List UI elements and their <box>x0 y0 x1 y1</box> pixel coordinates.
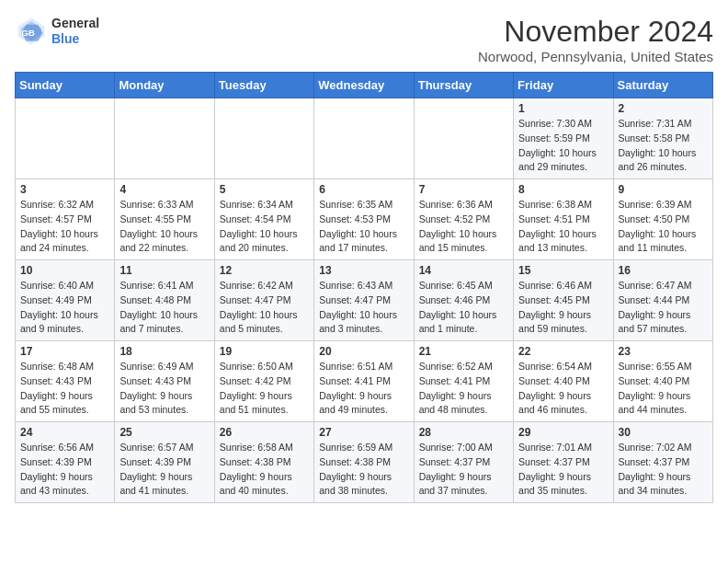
day-number: 13 <box>319 264 408 277</box>
calendar-cell: 28Sunrise: 7:00 AM Sunset: 4:37 PM Dayli… <box>414 422 513 503</box>
day-number: 18 <box>119 345 209 358</box>
day-info: Sunrise: 6:39 AM Sunset: 4:50 PM Dayligh… <box>619 198 708 256</box>
calendar-week-5: 24Sunrise: 6:56 AM Sunset: 4:39 PM Dayli… <box>16 422 713 503</box>
calendar-cell: 13Sunrise: 6:43 AM Sunset: 4:47 PM Dayli… <box>314 260 414 341</box>
calendar-cell: 21Sunrise: 6:52 AM Sunset: 4:41 PM Dayli… <box>414 341 513 422</box>
day-number: 28 <box>419 426 508 439</box>
weekday-header-row: SundayMondayTuesdayWednesdayThursdayFrid… <box>16 73 713 98</box>
calendar-cell: 29Sunrise: 7:01 AM Sunset: 4:37 PM Dayli… <box>514 422 613 503</box>
calendar-cell: 3Sunrise: 6:32 AM Sunset: 4:57 PM Daylig… <box>16 179 115 260</box>
title-block: November 2024 Norwood, Pennsylvania, Uni… <box>478 15 713 64</box>
day-info: Sunrise: 7:30 AM Sunset: 5:59 PM Dayligh… <box>518 117 608 175</box>
calendar-cell: 10Sunrise: 6:40 AM Sunset: 4:49 PM Dayli… <box>16 260 115 341</box>
day-info: Sunrise: 6:43 AM Sunset: 4:47 PM Dayligh… <box>319 279 408 337</box>
calendar-cell: 9Sunrise: 6:39 AM Sunset: 4:50 PM Daylig… <box>613 179 712 260</box>
day-info: Sunrise: 6:45 AM Sunset: 4:46 PM Dayligh… <box>419 279 508 337</box>
day-number: 6 <box>319 183 408 196</box>
day-info: Sunrise: 6:57 AM Sunset: 4:39 PM Dayligh… <box>119 441 209 499</box>
day-info: Sunrise: 6:49 AM Sunset: 4:43 PM Dayligh… <box>119 360 209 418</box>
day-number: 15 <box>518 264 608 277</box>
logo: GB General Blue <box>15 15 99 48</box>
day-info: Sunrise: 6:33 AM Sunset: 4:55 PM Dayligh… <box>119 198 209 256</box>
calendar-cell <box>414 98 513 179</box>
weekday-header-monday: Monday <box>115 73 214 98</box>
calendar-cell <box>314 98 414 179</box>
day-info: Sunrise: 6:59 AM Sunset: 4:38 PM Dayligh… <box>319 441 408 499</box>
day-info: Sunrise: 6:48 AM Sunset: 4:43 PM Dayligh… <box>20 360 109 418</box>
day-number: 20 <box>319 345 408 358</box>
calendar-week-1: 1Sunrise: 7:30 AM Sunset: 5:59 PM Daylig… <box>16 98 713 179</box>
day-number: 1 <box>518 102 608 115</box>
logo-text: General Blue <box>51 16 99 47</box>
day-number: 8 <box>518 183 608 196</box>
calendar-cell: 16Sunrise: 6:47 AM Sunset: 4:44 PM Dayli… <box>613 260 712 341</box>
calendar-week-4: 17Sunrise: 6:48 AM Sunset: 4:43 PM Dayli… <box>16 341 713 422</box>
day-info: Sunrise: 6:32 AM Sunset: 4:57 PM Dayligh… <box>20 198 109 256</box>
day-info: Sunrise: 6:51 AM Sunset: 4:41 PM Dayligh… <box>319 360 408 418</box>
day-info: Sunrise: 6:41 AM Sunset: 4:48 PM Dayligh… <box>119 279 209 337</box>
calendar-cell: 2Sunrise: 7:31 AM Sunset: 5:58 PM Daylig… <box>613 98 712 179</box>
calendar-cell: 25Sunrise: 6:57 AM Sunset: 4:39 PM Dayli… <box>115 422 214 503</box>
logo-blue: Blue <box>51 31 79 46</box>
day-info: Sunrise: 6:58 AM Sunset: 4:38 PM Dayligh… <box>220 441 309 499</box>
svg-text:GB: GB <box>21 28 35 38</box>
day-info: Sunrise: 6:50 AM Sunset: 4:42 PM Dayligh… <box>220 360 309 418</box>
logo-icon: GB <box>15 15 48 48</box>
day-info: Sunrise: 6:54 AM Sunset: 4:40 PM Dayligh… <box>518 360 608 418</box>
month-title: November 2024 <box>478 15 713 49</box>
calendar-cell <box>214 98 313 179</box>
calendar-cell: 17Sunrise: 6:48 AM Sunset: 4:43 PM Dayli… <box>16 341 115 422</box>
day-number: 9 <box>619 183 708 196</box>
day-info: Sunrise: 6:42 AM Sunset: 4:47 PM Dayligh… <box>220 279 309 337</box>
day-info: Sunrise: 6:52 AM Sunset: 4:41 PM Dayligh… <box>419 360 508 418</box>
calendar-cell: 23Sunrise: 6:55 AM Sunset: 4:40 PM Dayli… <box>613 341 712 422</box>
calendar-week-3: 10Sunrise: 6:40 AM Sunset: 4:49 PM Dayli… <box>16 260 713 341</box>
day-info: Sunrise: 6:40 AM Sunset: 4:49 PM Dayligh… <box>20 279 109 337</box>
calendar-cell: 6Sunrise: 6:35 AM Sunset: 4:53 PM Daylig… <box>314 179 414 260</box>
day-info: Sunrise: 6:56 AM Sunset: 4:39 PM Dayligh… <box>20 441 109 499</box>
weekday-header-tuesday: Tuesday <box>214 73 313 98</box>
day-number: 4 <box>119 183 209 196</box>
day-number: 27 <box>319 426 408 439</box>
location: Norwood, Pennsylvania, United States <box>478 49 713 64</box>
calendar-cell: 11Sunrise: 6:41 AM Sunset: 4:48 PM Dayli… <box>115 260 214 341</box>
weekday-header-friday: Friday <box>514 73 613 98</box>
calendar-cell: 20Sunrise: 6:51 AM Sunset: 4:41 PM Dayli… <box>314 341 414 422</box>
day-number: 25 <box>119 426 209 439</box>
calendar-cell: 1Sunrise: 7:30 AM Sunset: 5:59 PM Daylig… <box>514 98 613 179</box>
day-number: 2 <box>619 102 708 115</box>
day-info: Sunrise: 6:38 AM Sunset: 4:51 PM Dayligh… <box>518 198 608 256</box>
day-info: Sunrise: 6:36 AM Sunset: 4:52 PM Dayligh… <box>419 198 508 256</box>
day-number: 11 <box>119 264 209 277</box>
calendar-cell: 30Sunrise: 7:02 AM Sunset: 4:37 PM Dayli… <box>613 422 712 503</box>
calendar-cell: 15Sunrise: 6:46 AM Sunset: 4:45 PM Dayli… <box>514 260 613 341</box>
calendar-cell: 12Sunrise: 6:42 AM Sunset: 4:47 PM Dayli… <box>214 260 313 341</box>
weekday-header-sunday: Sunday <box>16 73 115 98</box>
day-number: 23 <box>619 345 708 358</box>
calendar-cell: 7Sunrise: 6:36 AM Sunset: 4:52 PM Daylig… <box>414 179 513 260</box>
calendar-cell: 5Sunrise: 6:34 AM Sunset: 4:54 PM Daylig… <box>214 179 313 260</box>
day-number: 29 <box>518 426 608 439</box>
calendar-cell: 22Sunrise: 6:54 AM Sunset: 4:40 PM Dayli… <box>514 341 613 422</box>
day-number: 17 <box>20 345 109 358</box>
day-info: Sunrise: 6:46 AM Sunset: 4:45 PM Dayligh… <box>518 279 608 337</box>
day-number: 10 <box>20 264 109 277</box>
day-info: Sunrise: 6:55 AM Sunset: 4:40 PM Dayligh… <box>619 360 708 418</box>
calendar-cell: 26Sunrise: 6:58 AM Sunset: 4:38 PM Dayli… <box>214 422 313 503</box>
day-number: 26 <box>220 426 309 439</box>
calendar-cell: 24Sunrise: 6:56 AM Sunset: 4:39 PM Dayli… <box>16 422 115 503</box>
calendar-cell <box>16 98 115 179</box>
day-number: 5 <box>220 183 309 196</box>
calendar-cell: 8Sunrise: 6:38 AM Sunset: 4:51 PM Daylig… <box>514 179 613 260</box>
day-number: 19 <box>220 345 309 358</box>
day-number: 24 <box>20 426 109 439</box>
page-header: GB General Blue November 2024 Norwood, P… <box>15 15 713 64</box>
calendar-cell: 18Sunrise: 6:49 AM Sunset: 4:43 PM Dayli… <box>115 341 214 422</box>
weekday-header-thursday: Thursday <box>414 73 513 98</box>
day-number: 16 <box>619 264 708 277</box>
day-number: 22 <box>518 345 608 358</box>
day-info: Sunrise: 6:35 AM Sunset: 4:53 PM Dayligh… <box>319 198 408 256</box>
day-number: 7 <box>419 183 508 196</box>
day-number: 3 <box>20 183 109 196</box>
logo-general: General <box>51 16 99 30</box>
